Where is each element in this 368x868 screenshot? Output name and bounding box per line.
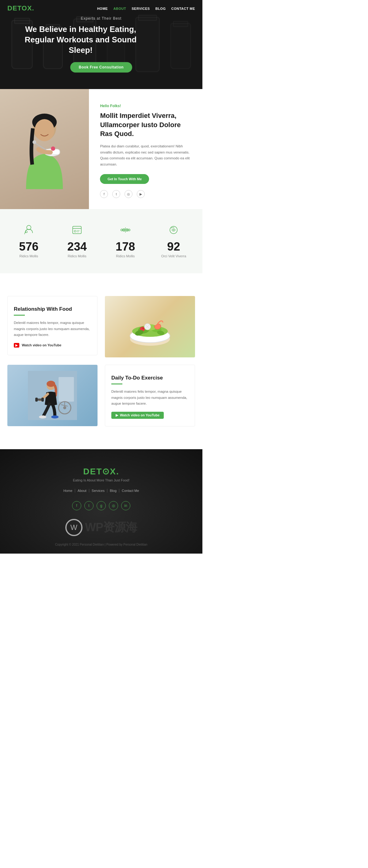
exercise-text-card: Daily To-Do Exercise Delenitl maiores fe…	[105, 365, 195, 427]
yt-play-icon: ▶	[115, 413, 118, 417]
salad-image	[105, 296, 195, 358]
nav-item-about[interactable]: ABOUT	[113, 5, 126, 11]
exercise-youtube-link[interactable]: ▶ Watch video on YouTube	[111, 412, 189, 419]
exercise-card-desc: Delenitl maiores felis tempor, magna qui…	[111, 389, 189, 407]
footer-wordpress-area: W WP资源海	[6, 519, 196, 536]
nav-link-home[interactable]: HOME	[97, 7, 108, 10]
svg-point-3	[35, 119, 54, 141]
wordpress-circle-icon: W	[65, 519, 82, 536]
svg-rect-39	[35, 398, 38, 402]
nav-links: HOME ABOUT SERVICES BLOG CONTACT ME	[97, 5, 195, 11]
stat-icon-1	[6, 224, 52, 238]
hero-cta-button[interactable]: Book Free Consultation	[70, 62, 132, 73]
svg-point-37	[51, 415, 59, 418]
stat-item-1: 576 Ridics Mollis	[6, 224, 52, 258]
nav-item-blog[interactable]: BLOG	[156, 5, 166, 11]
nav-item-home[interactable]: HOME	[97, 5, 108, 11]
footer-tagline: Eating Is About More Than Just Food!	[6, 478, 196, 482]
about-cta-button[interactable]: Get In Touch With Me	[100, 174, 149, 184]
footer-facebook-icon[interactable]: f	[72, 501, 81, 510]
svg-rect-33	[59, 377, 74, 402]
nav-link-contact[interactable]: CONTACT ME	[171, 7, 195, 10]
youtube-icon[interactable]: ▶	[137, 190, 145, 198]
footer-twitter-icon[interactable]: t	[84, 501, 94, 510]
food-image-card	[105, 296, 195, 358]
about-description: Platea dui diam curabitur, quod, exercit…	[100, 144, 191, 167]
svg-rect-10	[73, 226, 81, 234]
nav-item-services[interactable]: SERVICES	[132, 5, 149, 11]
svg-point-36	[39, 415, 46, 418]
footer-nav-about[interactable]: About	[75, 489, 89, 493]
yt-icon-1: ▶	[14, 343, 19, 347]
social-icons: f t ◎ ▶	[100, 190, 191, 198]
svg-rect-40	[41, 398, 44, 402]
stat-item-3: 178 Ridics Mollis	[103, 224, 148, 258]
footer-linkedin-icon[interactable]: in	[121, 501, 130, 510]
exercise-youtube-btn[interactable]: ▶ Watch video on YouTube	[111, 412, 164, 419]
nav-item-contact[interactable]: CONTACT ME	[171, 5, 195, 11]
about-section: Hello Folks! Mollit Imperdiet Viverra, U…	[0, 89, 202, 209]
about-hello: Hello Folks!	[100, 104, 191, 108]
footer: DET⊙X. Eating Is About More Than Just Fo…	[0, 449, 202, 554]
hero-subtitle: Experts at Their Best	[16, 16, 186, 21]
footer-google-icon[interactable]: g	[97, 501, 106, 510]
nav-link-services[interactable]: SERVICES	[132, 7, 149, 10]
about-person-image	[0, 89, 89, 209]
footer-nav-home[interactable]: Home	[61, 489, 75, 493]
footer-instagram-icon[interactable]: ◎	[109, 501, 118, 510]
instagram-icon[interactable]: ◎	[125, 190, 132, 198]
stat-icon-3	[103, 224, 148, 238]
stat-icon-4	[151, 224, 197, 238]
food-youtube-label[interactable]: Watch video on YouTube	[22, 343, 61, 347]
stat-label-3: Ridics Mollis	[103, 254, 148, 258]
stat-label-2: Ridics Mollis	[55, 254, 100, 258]
content-section: Relationship With Food Delenitl maiores …	[0, 273, 202, 449]
food-card-desc: Delenitl maiores felis tempor, magna qui…	[14, 320, 91, 338]
food-youtube-link[interactable]: ▶ Watch video on YouTube	[14, 343, 91, 347]
stat-item-2: 234 Ridics Mollis	[55, 224, 100, 258]
exercise-image-card	[7, 365, 98, 426]
stat-icon-2	[55, 224, 100, 238]
footer-social-icons: f t g ◎ in	[6, 501, 196, 510]
footer-nav: Home About Services Blog Contact Me	[6, 489, 196, 493]
about-title: Mollit Imperdiet Viverra, Ullamcorper Iu…	[100, 111, 191, 138]
content-grid: Relationship With Food Delenitl maiores …	[7, 296, 195, 427]
stat-number-4: 92	[151, 241, 197, 252]
stat-number-3: 178	[103, 241, 148, 252]
nav-link-about[interactable]: ABOUT	[113, 7, 126, 10]
stat-label-4: Orci Velit Viverra	[151, 254, 197, 258]
about-content: Hello Folks! Mollit Imperdiet Viverra, U…	[89, 89, 202, 209]
stat-label-1: Ridics Mollis	[6, 254, 52, 258]
facebook-icon[interactable]: f	[100, 190, 108, 198]
footer-nav-blog[interactable]: Blog	[107, 489, 119, 493]
svg-point-19	[173, 229, 174, 231]
svg-point-6	[51, 147, 55, 151]
exercise-image	[7, 365, 98, 426]
stat-item-4: 92 Orci Velit Viverra	[151, 224, 197, 258]
food-text-card: Relationship With Food Delenitl maiores …	[7, 296, 98, 355]
footer-copyright: Copyright © 2021 Personal Dietitian | Po…	[6, 543, 196, 546]
nav-logo[interactable]: DETOX.	[7, 4, 34, 12]
exercise-youtube-label[interactable]: Watch video on YouTube	[120, 413, 160, 417]
svg-point-7	[33, 140, 36, 144]
twitter-icon[interactable]: t	[112, 190, 120, 198]
svg-point-12	[74, 230, 76, 232]
food-card-divider	[14, 315, 25, 316]
footer-logo: DET⊙X.	[6, 466, 196, 476]
navbar: DETOX. HOME ABOUT SERVICES BLOG CONTACT …	[0, 0, 202, 17]
stat-number-1: 576	[6, 241, 52, 252]
about-image-wrap	[0, 89, 89, 209]
footer-nav-services[interactable]: Services	[89, 489, 107, 493]
hero-title: We Believe in Healthy Eating, Regular Wo…	[16, 24, 145, 55]
footer-nav-contact[interactable]: Contact Me	[119, 489, 141, 493]
stats-section: 576 Ridics Mollis 234 Ridics Mollis	[0, 209, 202, 273]
nav-link-blog[interactable]: BLOG	[156, 7, 166, 10]
svg-point-27	[142, 327, 144, 329]
footer-wp-text: WP资源海	[85, 520, 137, 535]
exercise-card-divider	[111, 383, 122, 384]
stat-number-2: 234	[55, 241, 100, 252]
svg-point-8	[27, 225, 31, 230]
food-card-title: Relationship With Food	[14, 306, 91, 312]
exercise-card-title: Daily To-Do Exercise	[111, 375, 189, 381]
